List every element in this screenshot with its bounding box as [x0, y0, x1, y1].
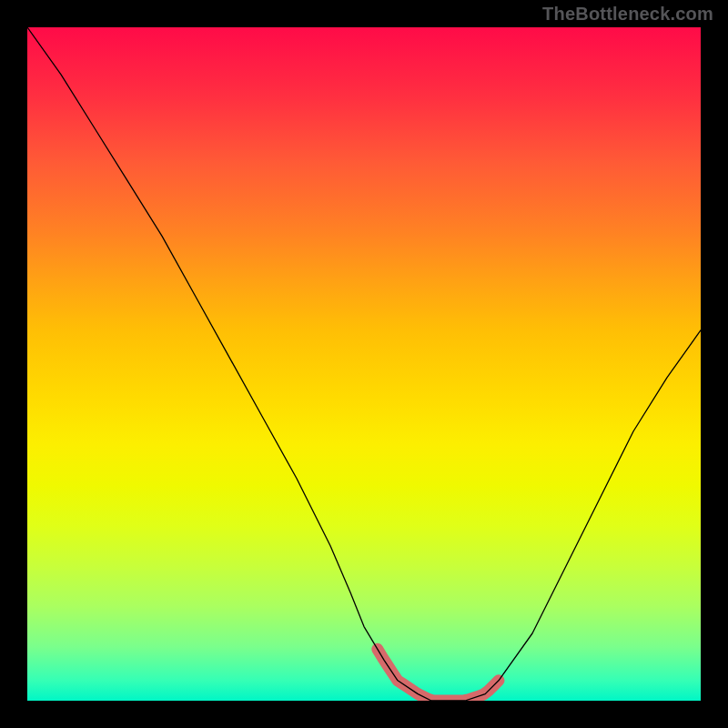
chart-svg [27, 27, 701, 701]
optimal-zone-band [378, 649, 499, 701]
bottleneck-curve [27, 27, 701, 701]
plot-area [27, 27, 701, 701]
watermark-label: TheBottleneck.com [542, 4, 713, 25]
chart-canvas: TheBottleneck.com [0, 0, 728, 728]
